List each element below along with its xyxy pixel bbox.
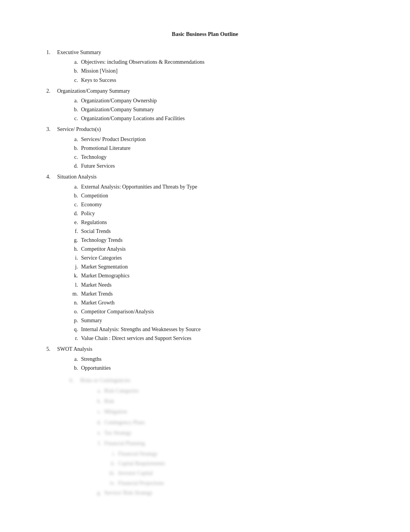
blurred-sub-letter: c.: [93, 407, 101, 416]
blurred-sub-text: Service/ Risk Strategy: [104, 488, 152, 498]
sub-item-text: Competitor Comparison/Analysis: [81, 307, 154, 316]
sub-item-letter: c.: [69, 76, 78, 85]
sub-list: a.Services/ Product Descriptionb.Promoti…: [69, 135, 364, 170]
sub-item-letter: e.: [69, 218, 78, 227]
item-label: Situation Analysis: [57, 173, 97, 181]
sub-item-letter: d.: [69, 209, 78, 218]
sub-item-text: Policy: [81, 209, 95, 218]
item-number: 1.: [46, 48, 54, 57]
sub-item-text: Opportunities: [81, 364, 111, 372]
sub-item-text: Technology: [81, 153, 107, 161]
sub-item: p.Summary: [69, 316, 364, 325]
sub-item-letter: c.: [69, 153, 78, 161]
blurred-item-label: Risks or Contingencies: [80, 376, 130, 385]
sub-item-text: Organization/Company Summary: [81, 105, 154, 114]
sub-item: n.Market Growth: [69, 298, 364, 307]
sub-item: j.Market Segmentation: [69, 262, 364, 271]
sub-item: r.Value Chain : Direct services and Supp…: [69, 334, 364, 343]
blurred-sub-letter: e.: [93, 428, 101, 438]
page-title: Basic Business Plan Outline: [46, 31, 364, 37]
blurred-subsub-text: Financial Projections: [118, 478, 164, 488]
sub-item-letter: f.: [69, 227, 78, 236]
sub-item: c.Technology: [69, 153, 364, 161]
sub-item-text: Keys to Success: [81, 76, 116, 85]
sub-item: c.Organization/Company Locations and Fac…: [69, 114, 364, 123]
sub-item-text: Organization/Company Locations and Facil…: [81, 114, 185, 123]
sub-item: e.Regulations: [69, 218, 364, 227]
blurred-sub-text: Financial Planning: [104, 439, 145, 448]
sub-item: c.Economy: [69, 200, 364, 209]
sub-item-text: Market Needs: [81, 280, 112, 289]
sub-item-letter: r.: [69, 334, 78, 343]
sub-item-letter: c.: [69, 200, 78, 209]
sub-item-text: Future Services: [81, 161, 115, 170]
sub-item-letter: o.: [69, 307, 78, 316]
sub-item-letter: m.: [69, 289, 78, 298]
sub-item-letter: a.: [69, 96, 78, 105]
sub-item-text: Technology Trends: [81, 236, 123, 245]
blurred-subsub-letter: iv.: [104, 478, 115, 488]
blurred-subsub-item: iii.Investor Capital: [104, 468, 364, 478]
sub-item: b.Competition: [69, 191, 364, 200]
sub-item-text: Competition: [81, 191, 108, 200]
sub-item-letter: a.: [69, 135, 78, 144]
sub-item: d.Future Services: [69, 161, 364, 170]
sub-item: a.Objectives: including Observations & R…: [69, 58, 364, 66]
sub-item-text: External Analysis: Opportunities and Thr…: [81, 182, 197, 191]
sub-item-letter: b.: [69, 191, 78, 200]
blurred-subsub-list: i.Financial Strategyii.Capital Requireme…: [104, 449, 364, 488]
sub-item: i.Service Categories: [69, 253, 364, 262]
blurred-sub-item: a.Risk Categories: [93, 386, 364, 396]
blurred-subsub-letter: i.: [104, 449, 115, 459]
sub-item-letter: b.: [69, 144, 78, 153]
main-item: 4.Situation Analysisa.External Analysis:…: [46, 173, 364, 343]
main-item: 5.SWOT Analysisa.Strengthsb.Opportunitie…: [46, 345, 364, 372]
sub-item: b.Mission [Vision]: [69, 66, 364, 75]
blurred-sub-letter: a.: [93, 386, 101, 396]
sub-item-letter: c.: [69, 114, 78, 123]
sub-item: o.Competitor Comparison/Analysis: [69, 307, 364, 316]
blurred-sub-letter: d.: [93, 418, 101, 427]
blurred-sub-letter: b.: [93, 396, 101, 406]
outline: 1.Executive Summarya.Objectives: includi…: [46, 48, 364, 372]
main-item: 2.Organization/Company Summarya.Organiza…: [46, 87, 364, 123]
blurred-subsub-letter: iii.: [104, 468, 115, 478]
sub-item: k.Market Demographics: [69, 271, 364, 280]
sub-item-letter: q.: [69, 325, 78, 334]
item-label: Service/ Products(s): [57, 125, 101, 134]
sub-item: q.Internal Analysis: Strengths and Weakn…: [69, 325, 364, 334]
sub-item-letter: b.: [69, 66, 78, 75]
sub-item: b.Promotional Literature: [69, 144, 364, 153]
sub-item: f.Social Trends: [69, 227, 364, 236]
sub-item: a.Strengths: [69, 355, 364, 364]
sub-item-text: Promotional Literature: [81, 144, 130, 153]
sub-item-letter: g.: [69, 236, 78, 245]
sub-item: a.Organization/Company Ownership: [69, 96, 364, 105]
sub-item: b.Opportunities: [69, 364, 364, 372]
sub-item-text: Mission [Vision]: [81, 66, 117, 75]
blurred-sub-text: Contingency Plans: [104, 418, 145, 427]
item-number: 4.: [46, 173, 54, 181]
blurred-sub-text: Mitigation: [104, 407, 127, 416]
sub-item-letter: p.: [69, 316, 78, 325]
sub-list: a.Strengthsb.Opportunities: [69, 355, 364, 372]
blurred-subsub-item: iv.Financial Projections: [104, 478, 364, 488]
blurred-item-number: 6.: [69, 376, 77, 385]
sub-item-letter: n.: [69, 298, 78, 307]
sub-list: a.Organization/Company Ownershipb.Organi…: [69, 96, 364, 123]
blurred-sub-item: d.Contingency Plans: [93, 418, 364, 427]
sub-item-letter: b.: [69, 105, 78, 114]
blurred-sub-text: Tax Strategy: [104, 428, 132, 438]
sub-item-letter: a.: [69, 355, 78, 364]
sub-item-letter: l.: [69, 280, 78, 289]
blurred-sub-text: Risk: [104, 396, 114, 406]
sub-item: a.Services/ Product Description: [69, 135, 364, 144]
sub-item-text: Objectives: including Observations & Rec…: [81, 58, 205, 66]
blurred-sub-letter: g.: [93, 488, 101, 498]
sub-item: d.Policy: [69, 209, 364, 218]
blurred-sub-list: a.Risk Categoriesb.Riskc.Mitigationd.Con…: [93, 386, 364, 498]
blurred-sub-item: e.Tax Strategy: [93, 428, 364, 438]
blurred-subsub-item: ii.Capital Requirements: [104, 459, 364, 468]
main-item: 1.Executive Summarya.Objectives: includi…: [46, 48, 364, 85]
sub-item-text: Summary: [81, 316, 102, 325]
